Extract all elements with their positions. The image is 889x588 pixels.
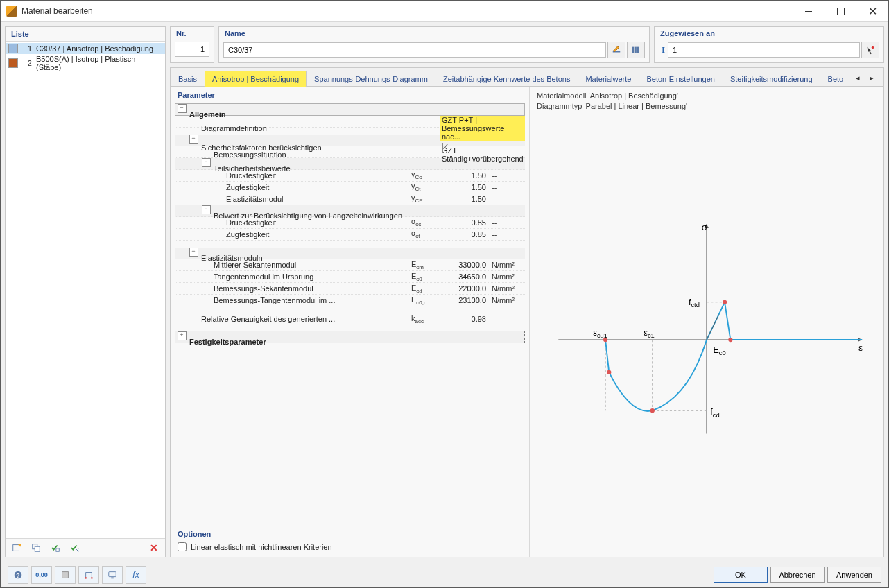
edit-name-button[interactable] xyxy=(607,42,625,58)
zugewiesen-label: Zugewiesen an xyxy=(655,27,883,37)
collapse-icon[interactable]: − xyxy=(202,205,211,214)
svg-text:fcd: fcd xyxy=(710,407,719,418)
svg-point-33 xyxy=(85,577,87,579)
svg-line-19 xyxy=(707,314,719,339)
svg-point-22 xyxy=(650,408,655,413)
library-button[interactable] xyxy=(627,42,645,58)
check-b-button[interactable] xyxy=(67,539,83,556)
parameter-panel: Parameter −Allgemein DiagrammdefinitionG… xyxy=(171,87,530,557)
svg-text:σ: σ xyxy=(702,221,708,232)
ok-button[interactable]: OK xyxy=(714,567,768,583)
sicherheits-checkbox[interactable] xyxy=(442,143,443,153)
material-list-panel: Liste 1 C30/37 | Anisotrop | Beschädigun… xyxy=(5,26,166,557)
name-field-block: Name xyxy=(218,26,650,63)
row-ec0[interactable]: Tangentenmodul im UrsprungEc034650.0N/mm… xyxy=(175,271,525,283)
svg-point-9 xyxy=(872,46,874,49)
diagram-caption-2: Diagrammtyp 'Parabel | Linear | Bemessun… xyxy=(537,101,877,112)
name-input[interactable] xyxy=(223,42,606,58)
group-beiwert[interactable]: −Beiwert zur Berücksichtigung von Langze… xyxy=(175,205,525,217)
svg-rect-8 xyxy=(637,47,639,53)
row-ecd[interactable]: Bemessungs-SekantenmodulEcd22000.0N/mm² xyxy=(175,283,525,295)
material-swatch xyxy=(8,44,18,53)
list-item-label: B500S(A) | Isotrop | Plastisch (Stäbe) xyxy=(36,55,162,71)
row-ecm[interactable]: Mittlerer SekantenmodulEcm33000.0N/mm² xyxy=(175,259,525,271)
group-allgemein[interactable]: −Allgemein xyxy=(175,103,525,116)
list-item[interactable]: 2 B500S(A) | Isotrop | Plastisch (Stäbe) xyxy=(6,54,165,72)
material-swatch xyxy=(8,58,18,68)
linear-elastic-input[interactable] xyxy=(178,542,187,551)
pick-button[interactable] xyxy=(861,42,879,58)
tab-anisotrop[interactable]: Anisotrop | Beschädigung xyxy=(205,71,307,87)
list-item[interactable]: 1 C30/37 | Anisotrop | Beschädigung xyxy=(6,43,165,54)
units-button[interactable]: 0,00 xyxy=(31,566,52,584)
cancel-button[interactable]: Abbrechen xyxy=(770,567,825,583)
dialog-footer: ? 0,00 fx OK Abbrechen Anwenden xyxy=(1,562,888,587)
apply-button[interactable]: Anwenden xyxy=(827,567,881,583)
tab-scroll-right[interactable]: ▸ xyxy=(865,70,879,86)
svg-text:εc1: εc1 xyxy=(644,328,654,339)
window: Material bearbeiten ✕ Liste 1 C30/37 | A… xyxy=(0,0,889,588)
delete-item-button[interactable]: ✕ xyxy=(146,539,162,556)
collapse-icon[interactable]: − xyxy=(178,104,187,113)
nr-field-block: Nr. xyxy=(170,26,214,63)
tab-beto-overflow[interactable]: Beto xyxy=(820,71,852,87)
list-toolbar: ✕ xyxy=(6,538,165,557)
new-item-button[interactable] xyxy=(8,539,25,556)
svg-rect-0 xyxy=(13,545,19,551)
fx-button[interactable]: fx xyxy=(126,566,146,584)
list-title: Liste xyxy=(6,27,165,42)
linear-elastic-checkbox[interactable]: Linear elastisch mit nichtlinearen Krite… xyxy=(178,542,522,551)
tab-materialwerte[interactable]: Materialwerte xyxy=(578,71,639,87)
tab-spannungs[interactable]: Spannungs-Dehnungs-Diagramm xyxy=(307,71,435,87)
tab-scroll-left[interactable]: ◂ xyxy=(851,70,865,86)
layer-button[interactable] xyxy=(55,566,76,584)
collapse-icon[interactable]: − xyxy=(189,248,198,257)
beam-icon: I xyxy=(662,44,665,55)
options-title: Optionen xyxy=(171,526,529,539)
display-button[interactable] xyxy=(102,566,123,584)
svg-rect-7 xyxy=(635,47,637,53)
nr-input[interactable] xyxy=(175,42,209,57)
zugewiesen-input[interactable] xyxy=(668,42,860,58)
row-zug-gamma[interactable]: ZugfestigkeitγCt1.50-- xyxy=(175,182,525,193)
row-ec0d[interactable]: Bemessungs-Tangentenmodul im ...Ec0,d231… xyxy=(175,295,525,306)
maximize-button[interactable] xyxy=(825,1,856,21)
svg-rect-35 xyxy=(109,572,116,577)
svg-text:εcu1: εcu1 xyxy=(593,328,607,339)
row-emod-gamma[interactable]: ElastizitätsmodulγCE1.50-- xyxy=(175,193,525,205)
help-button[interactable]: ? xyxy=(8,566,28,584)
row-zug-alpha[interactable]: Zugfestigkeitαct0.85-- xyxy=(175,229,525,241)
list-item-num: 2 xyxy=(22,59,32,67)
copy-item-button[interactable] xyxy=(28,539,44,556)
tab-zeitabh[interactable]: Zeitabhängige Kennwerte des Betons xyxy=(435,71,578,87)
close-button[interactable]: ✕ xyxy=(856,1,888,21)
tab-basis[interactable]: Basis xyxy=(171,71,205,87)
svg-point-1 xyxy=(19,544,21,546)
check-a-button[interactable] xyxy=(47,539,64,556)
frame-button[interactable] xyxy=(78,566,99,584)
group-festigkeit[interactable]: +Festigkeitsparameter xyxy=(175,331,525,343)
tab-beton[interactable]: Beton-Einstellungen xyxy=(639,71,722,87)
svg-rect-3 xyxy=(35,546,40,551)
row-druck-alpha[interactable]: Druckfestigkeitαcc0.85-- xyxy=(175,217,525,229)
expand-icon[interactable]: + xyxy=(178,331,187,340)
row-kacc[interactable]: Relative Genauigkeit des generierten ...… xyxy=(175,313,525,325)
nr-label: Nr. xyxy=(171,27,214,37)
group-elastizitaet[interactable]: −Elastizitätsmoduln xyxy=(175,248,525,259)
collapse-icon[interactable]: − xyxy=(202,158,211,167)
svg-rect-6 xyxy=(632,47,635,53)
minimize-button[interactable] xyxy=(793,1,825,21)
svg-rect-4 xyxy=(56,548,59,551)
material-list: 1 C30/37 | Anisotrop | Beschädigung 2 B5… xyxy=(6,42,165,538)
tab-steifigkeit[interactable]: Steifigkeitsmodifizierung xyxy=(723,71,820,87)
stress-strain-chart: σ ε xyxy=(537,112,877,553)
svg-point-34 xyxy=(91,577,93,579)
tabs-panel: Basis Anisotrop | Beschädigung Spannungs… xyxy=(170,67,884,557)
svg-point-24 xyxy=(728,338,732,342)
row-druck-gamma[interactable]: DruckfestigkeitγCc1.50-- xyxy=(175,170,525,182)
collapse-icon[interactable]: − xyxy=(189,135,198,144)
options-panel: Optionen Linear elastisch mit nichtlinea… xyxy=(171,524,529,557)
svg-text:fctd: fctd xyxy=(689,297,700,309)
diagram-panel: Materialmodell 'Anisotrop | Beschädigung… xyxy=(530,87,883,557)
zugewiesen-field-block: Zugewiesen an I xyxy=(654,26,884,63)
